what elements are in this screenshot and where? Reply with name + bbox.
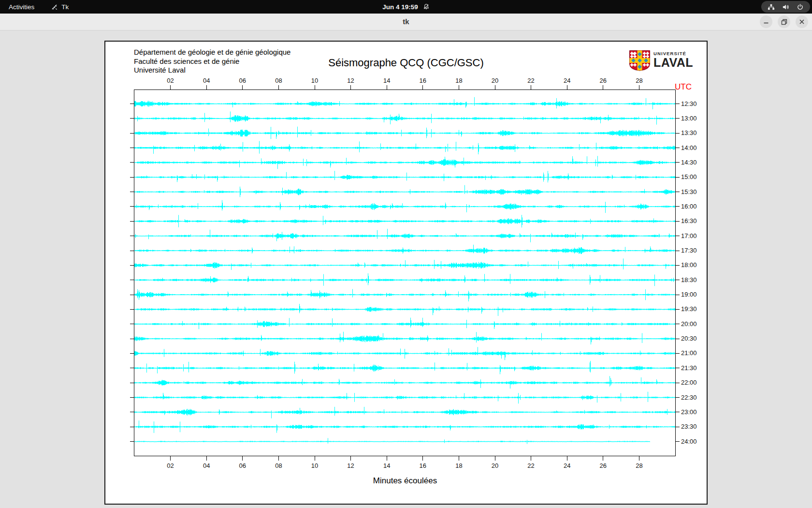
- time-tick-label: 22:00: [681, 379, 703, 387]
- time-tick-label: 21:00: [681, 349, 703, 357]
- time-tick-label: 16:30: [681, 217, 703, 225]
- axis-tick: [676, 251, 680, 251]
- axis-tick: [130, 280, 134, 280]
- window-title-bar[interactable]: tk: [0, 14, 812, 30]
- clock-button[interactable]: Jun 4 19:59: [382, 3, 430, 11]
- restore-button[interactable]: [778, 15, 790, 28]
- axis-tick: [676, 206, 680, 207]
- axis-tick: [531, 85, 531, 90]
- axis-tick: [170, 456, 171, 461]
- time-tick-label: 15:30: [681, 188, 703, 196]
- axis-tick: [676, 133, 680, 134]
- x-tick-label-bottom: 14: [378, 462, 395, 469]
- axis-tick: [130, 324, 134, 324]
- axis-tick: [676, 192, 680, 192]
- system-status-menu[interactable]: [761, 1, 810, 13]
- axis-tick: [130, 221, 134, 222]
- axis-tick: [350, 456, 351, 461]
- axis-tick: [130, 427, 134, 427]
- axis-tick: [676, 265, 680, 266]
- x-tick-label-top: 16: [415, 77, 431, 84]
- axis-tick: [567, 456, 567, 461]
- x-tick-label-top: 18: [450, 77, 467, 84]
- laval-logo-laval: LAVAL: [653, 56, 693, 69]
- axis-tick: [130, 265, 134, 266]
- time-tick-label: 19:30: [681, 305, 703, 313]
- utc-axis-label: UTC: [675, 82, 692, 92]
- axis-tick: [676, 339, 680, 339]
- x-tick-label-bottom: 12: [343, 462, 359, 469]
- laval-logo: UNIVERSITÉ LAVAL: [629, 50, 693, 73]
- activities-label: Activities: [9, 3, 34, 11]
- x-tick-label-bottom: 26: [595, 462, 611, 469]
- minimize-button[interactable]: [760, 15, 772, 28]
- time-tick-label: 12:30: [681, 100, 703, 108]
- axis-tick: [130, 177, 134, 178]
- x-tick-label-bottom: 02: [162, 462, 179, 469]
- axis-tick: [278, 456, 279, 461]
- axis-tick: [242, 456, 243, 461]
- clock-label: Jun 4 19:59: [382, 3, 418, 11]
- laval-shield-icon: [629, 50, 651, 73]
- x-tick-label-bottom: 28: [631, 462, 647, 469]
- x-tick-label-top: 24: [559, 77, 575, 84]
- axis-tick: [315, 85, 315, 90]
- axis-tick: [422, 85, 423, 90]
- axis-tick: [130, 397, 134, 398]
- axis-tick: [130, 104, 134, 104]
- axis-tick: [676, 148, 680, 148]
- axis-tick: [603, 85, 603, 90]
- axis-tick: [130, 251, 134, 251]
- close-button[interactable]: [796, 15, 808, 28]
- axis-tick: [387, 85, 387, 90]
- axis-tick: [676, 441, 680, 442]
- axis-tick: [130, 353, 134, 354]
- time-tick-label: 20:00: [681, 320, 703, 328]
- time-tick-label: 24:00: [681, 438, 703, 446]
- x-tick-label-bottom: 18: [450, 462, 467, 469]
- axis-tick: [170, 85, 171, 90]
- x-tick-label-top: 10: [306, 77, 323, 84]
- x-tick-label-bottom: 10: [306, 462, 323, 469]
- axis-tick: [350, 85, 351, 90]
- axis-tick: [130, 339, 134, 339]
- x-tick-label-top: 14: [378, 77, 395, 84]
- x-tick-label-bottom: 08: [270, 462, 287, 469]
- axis-tick: [676, 309, 680, 310]
- time-tick-label: 13:00: [681, 115, 703, 122]
- axis-tick: [676, 162, 680, 163]
- x-tick-label-top: 20: [487, 77, 503, 84]
- axis-tick: [676, 221, 680, 222]
- time-tick-label: 17:30: [681, 247, 703, 254]
- x-tick-label-bottom: 16: [415, 462, 431, 469]
- axis-tick: [676, 427, 680, 427]
- time-tick-label: 18:00: [681, 261, 703, 269]
- axis-tick: [459, 85, 459, 90]
- power-icon: [797, 3, 804, 11]
- desktop-screen: Activities Tk Jun 4 19:59: [0, 0, 812, 508]
- x-tick-label-bottom: 06: [234, 462, 251, 469]
- activities-button[interactable]: Activities: [9, 3, 34, 11]
- axis-tick: [676, 368, 680, 368]
- window-title: tk: [0, 14, 812, 30]
- focused-app-menu[interactable]: Tk: [51, 3, 69, 11]
- time-tick-label: 18:30: [681, 276, 703, 284]
- axis-tick: [130, 383, 134, 383]
- axis-tick: [603, 456, 603, 461]
- axis-tick: [639, 85, 639, 90]
- time-tick-label: 22:30: [681, 394, 703, 402]
- axis-tick: [130, 236, 134, 236]
- axis-tick: [130, 412, 134, 412]
- axis-tick: [130, 192, 134, 192]
- x-tick-label-top: 06: [234, 77, 251, 84]
- axis-tick: [676, 280, 680, 280]
- time-tick-label: 14:30: [681, 159, 703, 166]
- time-tick-label: 15:00: [681, 173, 703, 181]
- time-tick-label: 16:00: [681, 203, 703, 210]
- axis-tick: [278, 85, 279, 90]
- axis-tick: [130, 162, 134, 163]
- axis-tick: [639, 456, 639, 461]
- time-tick-label: 13:30: [681, 129, 703, 137]
- time-tick-label: 20:30: [681, 335, 703, 343]
- focused-app-name: Tk: [61, 3, 69, 11]
